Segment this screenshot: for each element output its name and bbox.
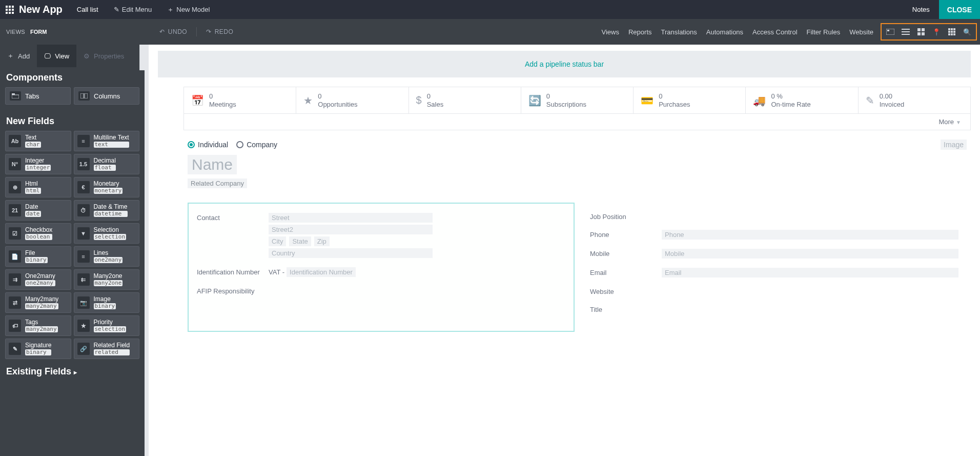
city-input[interactable]: City	[269, 236, 286, 246]
field-icon: ≡	[77, 135, 90, 147]
pencil-icon: ✎	[114, 6, 119, 13]
phone-input[interactable]: Phone	[662, 230, 958, 240]
street2-input[interactable]: Street2	[269, 225, 433, 234]
nav-website[interactable]: Website	[849, 28, 873, 36]
field-datetime-7[interactable]: ⏱Date & Timedatetime	[74, 200, 140, 221]
field-icon: 🏷	[9, 320, 21, 332]
field-binary-10[interactable]: 📄Filebinary	[5, 246, 71, 267]
name-field[interactable]: Name	[188, 155, 237, 174]
form-breadcrumb[interactable]: FORM	[30, 29, 47, 35]
call-list-link[interactable]: Call list	[77, 6, 98, 13]
tab-view[interactable]: 🖵View	[37, 45, 76, 67]
stat-opportunities[interactable]: ★0Opportunities	[296, 87, 409, 113]
mobile-input[interactable]: Mobile	[662, 249, 958, 259]
svg-rect-25	[951, 33, 953, 35]
zip-input[interactable]: Zip	[314, 236, 330, 246]
list-view-icon[interactable]	[901, 27, 910, 36]
stat-sales[interactable]: $0Sales	[409, 87, 521, 113]
vat-prefix: VAT -	[269, 268, 284, 276]
nav-automations[interactable]: Automations	[706, 28, 743, 36]
form-view-icon[interactable]	[886, 27, 895, 36]
field-float-3[interactable]: 1.5Decimalfloat	[74, 154, 140, 174]
map-view-icon[interactable]: 📍	[932, 27, 941, 36]
field-html-4[interactable]: ⊕Htmlhtml	[5, 177, 71, 197]
redo-button[interactable]: ↷REDO	[206, 28, 233, 35]
svg-rect-5	[12, 9, 14, 11]
image-placeholder[interactable]: Image	[941, 140, 967, 150]
radio-company[interactable]: Company	[236, 141, 277, 149]
component-tabs[interactable]: Tabs	[5, 87, 71, 105]
new-fields-title: New Fields	[0, 111, 145, 131]
field-boolean-8[interactable]: ☑Checkboxboolean	[5, 223, 71, 244]
field-type: text	[94, 142, 129, 148]
search-icon[interactable]: 🔍	[963, 27, 972, 36]
field-many2many-14[interactable]: ⇄Many2manymany2many	[5, 292, 71, 313]
undo-button[interactable]: ↶UNDO	[159, 28, 187, 35]
svg-rect-19	[951, 28, 953, 30]
country-input[interactable]: Country	[269, 248, 433, 258]
svg-rect-30	[85, 93, 88, 98]
contact-column[interactable]: Contact Street Street2 City State Zip Co…	[188, 203, 575, 332]
resize-handle[interactable]	[145, 45, 149, 456]
field-selection-17[interactable]: ★Priorityselection	[74, 315, 140, 336]
stat-icon: 🚚	[753, 94, 766, 107]
tab-add[interactable]: ＋Add	[0, 45, 37, 67]
sidebar-scrollbar[interactable]	[139, 45, 145, 70]
field-related-19[interactable]: 🔗Related Fieldrelated	[74, 339, 140, 359]
close-button[interactable]: CLOSE	[939, 0, 980, 19]
nav-views[interactable]: Views	[602, 28, 619, 36]
edit-menu-link[interactable]: ✎Edit Menu	[114, 6, 152, 13]
nav-access-control[interactable]: Access Control	[752, 28, 797, 36]
stat-on-time-rate[interactable]: 🚚0 %On-time Rate	[746, 87, 858, 113]
id-number-input[interactable]: Identification Number	[287, 267, 356, 277]
svg-rect-2	[12, 6, 14, 8]
state-input[interactable]: State	[289, 236, 311, 246]
field-selection-9[interactable]: ▼Selectionselection	[74, 223, 140, 244]
field-type: char	[25, 142, 41, 148]
field-icon: ☑	[9, 227, 21, 240]
stat-subscriptions[interactable]: 🔄0Subscriptions	[521, 87, 634, 113]
related-company-field[interactable]: Related Company	[188, 179, 247, 188]
field-date-6[interactable]: 21Datedate	[5, 200, 71, 221]
radio-unchecked-icon	[236, 141, 243, 148]
stat-meetings[interactable]: 📅0Meetings	[184, 87, 296, 113]
field-text-1[interactable]: ≡Multiline Texttext	[74, 131, 140, 151]
field-char-0[interactable]: AbTextchar	[5, 131, 71, 151]
stat-label: Invoiced	[880, 101, 904, 109]
apps-icon[interactable]	[0, 0, 19, 19]
field-binary-15[interactable]: 📷Imagebinary	[74, 292, 140, 313]
app-title[interactable]: New App	[19, 4, 63, 15]
street-input[interactable]: Street	[269, 213, 433, 223]
add-pipeline-button[interactable]: Add a pipeline status bar	[158, 51, 971, 77]
notes-link[interactable]: Notes	[903, 6, 939, 13]
field-name: Image	[94, 296, 116, 303]
nav-reports[interactable]: Reports	[628, 28, 652, 36]
nav-filter-rules[interactable]: Filter Rules	[807, 28, 841, 36]
grid-view-icon[interactable]	[947, 27, 956, 36]
id-number-label: Identification Number	[197, 267, 269, 277]
field-monetary-5[interactable]: €Monetarymonetary	[74, 177, 140, 197]
tab-properties[interactable]: ⚙Properties	[76, 45, 131, 67]
kanban-view-icon[interactable]	[916, 27, 926, 36]
stat-purchases[interactable]: 💳0Purchases	[634, 87, 746, 113]
tabs-icon	[10, 91, 21, 101]
more-button[interactable]: More▼	[183, 114, 971, 130]
field-integer-2[interactable]: N°Integerinteger	[5, 154, 71, 174]
existing-fields-title[interactable]: Existing Fields ▸	[0, 359, 145, 381]
radio-company-label: Company	[247, 141, 277, 149]
component-columns[interactable]: Columns	[74, 87, 139, 105]
field-binary-18[interactable]: ✎Signaturebinary	[5, 339, 71, 359]
field-name: Lines	[94, 250, 123, 256]
stat-label: Meetings	[209, 101, 236, 109]
radio-individual[interactable]: Individual	[188, 141, 228, 149]
email-input[interactable]: Email	[662, 268, 958, 277]
field-many2many-16[interactable]: 🏷Tagsmany2many	[5, 315, 71, 336]
svg-rect-18	[948, 28, 950, 30]
field-one2many-12[interactable]: ⇉One2manyone2many	[5, 269, 71, 290]
field-one2many-11[interactable]: ≡Linesone2many	[74, 246, 140, 267]
nav-translations[interactable]: Translations	[661, 28, 697, 36]
stat-invoiced[interactable]: ✎0.00Invoiced	[859, 87, 970, 113]
field-many2one-13[interactable]: ⇇Many2onemany2one	[74, 269, 140, 290]
new-model-link[interactable]: ＋New Model	[167, 5, 210, 14]
stat-label: On-time Rate	[771, 101, 810, 109]
